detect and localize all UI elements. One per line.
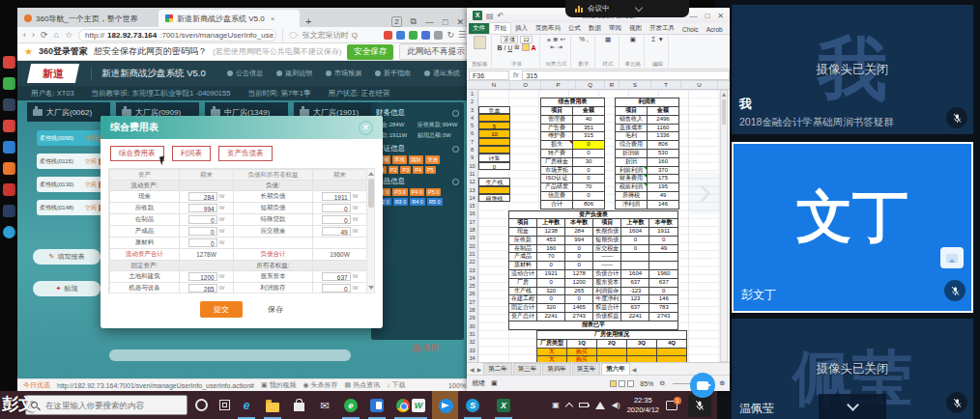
excel-cell[interactable]: 维护费 <box>541 132 573 141</box>
row-header[interactable]: 25 <box>467 282 477 290</box>
excel-cell[interactable]: 净利润 <box>616 200 648 209</box>
download-icon[interactable]: ↓ 下载 <box>387 380 405 390</box>
refresh-icon[interactable]: ⟳ <box>41 30 48 40</box>
excel-cell[interactable]: 0 <box>565 244 593 253</box>
excel-cell[interactable]: 0 <box>649 287 678 295</box>
value-input[interactable]: 0 <box>188 215 217 224</box>
maximize-button[interactable]: □ <box>443 17 447 27</box>
comma-icon[interactable]: , <box>587 36 589 42</box>
font-name-select[interactable]: 宋体 <box>501 36 518 43</box>
extension-icon[interactable] <box>384 31 392 40</box>
excel-cell[interactable]: 在制品 <box>509 244 537 253</box>
desktop-app-icon[interactable] <box>3 98 15 111</box>
excel-cell[interactable]: 1960 <box>649 270 678 279</box>
page-zoom[interactable]: 100% <box>448 382 466 389</box>
finance-panel-header[interactable]: 财务信息 <box>376 108 459 118</box>
excel-cell[interactable]: 0 <box>565 295 593 304</box>
excel-cell[interactable] <box>621 253 649 262</box>
sheet-tab-year4[interactable]: 第四年 <box>542 363 571 375</box>
home-icon[interactable]: ⌂ <box>54 30 59 40</box>
column-header[interactable]: T <box>651 81 681 89</box>
product-tag[interactable]: P2 <box>389 166 399 174</box>
column-header[interactable]: P <box>541 81 576 89</box>
row-header[interactable]: 9 <box>467 154 477 161</box>
insert-cells-icon[interactable]: ▣ <box>630 36 636 43</box>
row-header[interactable]: 24 <box>467 274 477 282</box>
excel-cell[interactable]: 金额 <box>573 107 605 116</box>
notification-icon[interactable]: 1 <box>666 401 677 410</box>
market-tag[interactable]: 本地 <box>392 155 407 164</box>
line-item[interactable]: 柔性线(0130)空闲 <box>37 177 108 192</box>
excel-cell[interactable] <box>478 170 510 178</box>
row-header[interactable]: 27 <box>467 298 477 306</box>
collapse-icon[interactable] <box>452 146 459 153</box>
tab-profit[interactable]: 利润表 <box>172 146 212 161</box>
excel-cell[interactable]: 2743 <box>565 313 593 321</box>
row-header[interactable]: 8 <box>467 146 477 154</box>
fill-color-icon[interactable] <box>522 43 530 51</box>
excel-cell[interactable]: 0 <box>573 175 605 183</box>
excel-cell[interactable]: 2241 <box>537 313 565 321</box>
align-left-icon[interactable]: ≡ <box>547 37 551 43</box>
excel-cell[interactable]: 1604 <box>621 270 649 279</box>
close-factory-button[interactable]: ✕关闭 <box>413 343 439 353</box>
scroll-thumb[interactable] <box>722 99 726 125</box>
column-header[interactable]: S <box>620 81 651 89</box>
excel-cell[interactable]: 折旧 <box>616 157 648 166</box>
desktop-app-icon[interactable] <box>3 77 15 90</box>
my-video-link[interactable]: ▣ 我的视频 <box>261 380 297 390</box>
row-header[interactable]: 26 <box>467 290 477 297</box>
green-app-icon[interactable]: W <box>411 398 426 413</box>
row-header[interactable]: 15 <box>467 202 477 210</box>
excel-cell[interactable] <box>649 262 678 270</box>
excel-cell[interactable]: 315 <box>573 132 605 141</box>
border-icon[interactable]: ⊞ <box>514 43 519 51</box>
excel-cell[interactable]: 2496 <box>648 115 679 124</box>
align-center-icon[interactable]: ≣ <box>553 36 558 43</box>
sheet-nav-right-icon[interactable]: ▶ <box>477 366 482 373</box>
maximize-button[interactable]: □ <box>705 12 709 20</box>
autosum-icon[interactable]: Σ <box>651 36 655 42</box>
excel-cell[interactable]: 0 <box>621 244 649 253</box>
save-icon[interactable]: ▤ <box>486 12 494 20</box>
scroll-up-icon[interactable] <box>368 172 374 176</box>
excel-cell[interactable]: 70 <box>573 183 605 192</box>
excel-cell[interactable]: 厂房使用情况 <box>537 331 687 340</box>
excel-cell[interactable]: 厂房 <box>509 278 537 287</box>
excel-cell[interactable]: 本年数 <box>565 219 593 228</box>
cert-panel-header[interactable]: 认证信息 <box>376 144 459 154</box>
excel-cell[interactable]: 租赁线 <box>478 194 510 202</box>
excel-cell[interactable]: 资产总计 <box>509 313 537 321</box>
excel-cell[interactable]: 1911 <box>649 228 678 237</box>
indent-icon[interactable]: ⇤ <box>550 43 555 51</box>
nav-item-guide[interactable]: 新手指南 <box>375 69 411 78</box>
bottom-input-bar[interactable] <box>109 349 351 361</box>
excel-cell[interactable]: 3Q <box>627 339 657 348</box>
submit-button[interactable]: 提交 <box>200 301 243 318</box>
desktop-app-icon[interactable] <box>3 226 15 238</box>
row-header[interactable]: 30 <box>467 322 477 330</box>
excel-cell[interactable]: 负债权益 <box>593 313 621 321</box>
product-tag[interactable]: P5 <box>425 166 436 174</box>
zoom-out-icon[interactable]: ⊖ <box>659 379 665 387</box>
mic-muted-icon[interactable] <box>944 280 966 301</box>
excel-cell[interactable]: 税前利润 <box>616 183 648 192</box>
excel-cell[interactable]: 利前利润 <box>616 166 648 175</box>
excel-cell[interactable]: 大 <box>537 348 567 356</box>
excel-cell[interactable]: 厂房租金 <box>541 157 573 166</box>
excel-taskbar-icon[interactable]: X <box>496 398 511 413</box>
zoom-level[interactable]: 85% <box>640 380 653 387</box>
excel-cell[interactable]: —— <box>593 262 621 270</box>
value-input[interactable]: 1200 <box>188 272 217 281</box>
value-input[interactable]: 284 <box>188 192 217 201</box>
row-header[interactable]: 32 <box>467 338 477 346</box>
close-button[interactable]: ✕ <box>456 17 464 27</box>
excel-cell[interactable]: 146 <box>649 295 678 304</box>
value-input[interactable]: 1911 <box>322 192 351 201</box>
excel-cell[interactable]: 195 <box>648 183 679 192</box>
row-header[interactable]: 11 <box>467 170 477 178</box>
nav-item-logout[interactable]: 退出系统 <box>424 69 460 78</box>
row-header[interactable]: 34 <box>467 354 477 362</box>
row-header[interactable]: 18 <box>467 226 477 234</box>
ribbon-tab-developer[interactable]: 开发工具 <box>646 23 678 34</box>
